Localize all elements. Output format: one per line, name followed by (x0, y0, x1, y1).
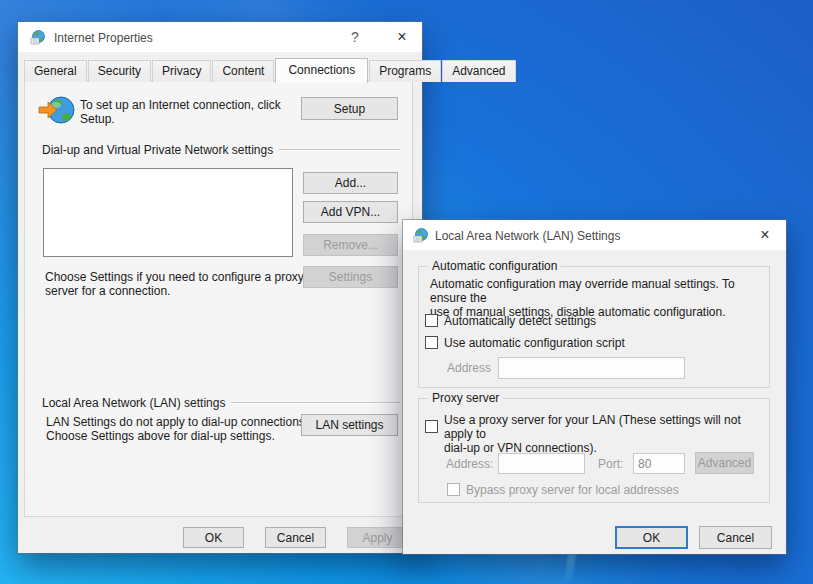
lan-group-header: Local Area Network (LAN) settings (42, 396, 400, 410)
proxy-address-label: Address: (446, 457, 493, 471)
internet-properties-icon (30, 29, 46, 45)
cancel-button[interactable]: Cancel (265, 527, 326, 548)
dialup-group-header: Dial-up and Virtual Private Network sett… (42, 143, 400, 157)
internet-properties-titlebar: Internet Properties ? × (18, 22, 422, 52)
dialup-group-label: Dial-up and Virtual Private Network sett… (42, 143, 273, 157)
advanced-button: Advanced (695, 452, 754, 474)
tab-content[interactable]: Content (212, 60, 274, 82)
automatic-configuration-description: Automatic configuration may override man… (430, 277, 772, 319)
bypass-proxy-label: Bypass proxy server for local addresses (466, 483, 679, 497)
script-address-input (498, 357, 685, 379)
automatic-configuration-label: Automatic configuration (428, 259, 561, 273)
lan-settings-hint: LAN Settings do not apply to dial-up con… (46, 415, 318, 443)
tab-security[interactable]: Security (88, 60, 151, 82)
divider (231, 402, 400, 404)
close-icon[interactable]: × (755, 225, 775, 245)
tab-general[interactable]: General (24, 60, 87, 82)
setup-button[interactable]: Setup (301, 97, 398, 120)
close-icon[interactable]: × (392, 27, 412, 47)
remove-button: Remove... (303, 234, 398, 256)
lan-settings-titlebar: Local Area Network (LAN) Settings × (403, 220, 786, 250)
add-vpn-button[interactable]: Add VPN... (303, 201, 398, 223)
internet-properties-dialog: Internet Properties ? × General Security… (18, 22, 422, 553)
apply-button: Apply (347, 527, 408, 548)
tab-advanced[interactable]: Advanced (442, 60, 515, 82)
ok-button[interactable]: OK (615, 526, 688, 549)
use-automatic-configuration-script-label[interactable]: Use automatic configuration script (444, 336, 625, 350)
internet-connection-globe-icon (38, 94, 76, 128)
help-button[interactable]: ? (345, 27, 365, 47)
proxy-server-group: Proxy server Use a proxy server for your… (418, 398, 770, 503)
automatically-detect-settings-checkbox[interactable] (425, 314, 438, 327)
bypass-proxy-checkbox (447, 483, 460, 496)
proxy-port-label: Port: (598, 457, 623, 471)
use-automatic-configuration-script-checkbox[interactable] (425, 336, 438, 349)
proxy-server-label: Proxy server (428, 391, 503, 405)
proxy-port-input (633, 453, 685, 474)
lan-settings-icon (413, 227, 429, 243)
ok-button[interactable]: OK (183, 527, 244, 548)
setup-description: To set up an Internet connection, click … (80, 98, 306, 126)
tab-connections[interactable]: Connections (275, 58, 368, 83)
proxy-address-input (498, 453, 585, 474)
lan-group-label: Local Area Network (LAN) settings (42, 396, 225, 410)
script-address-label: Address (447, 361, 491, 375)
automatic-configuration-group: Automatic configuration Automatic config… (418, 266, 770, 388)
dialog-title: Internet Properties (54, 31, 153, 45)
use-proxy-server-checkbox[interactable] (425, 420, 438, 433)
automatically-detect-settings-label[interactable]: Automatically detect settings (444, 314, 596, 328)
lan-settings-dialog: Local Area Network (LAN) Settings × Auto… (403, 220, 786, 554)
tab-privacy[interactable]: Privacy (152, 60, 211, 82)
divider (279, 149, 400, 151)
cancel-button[interactable]: Cancel (699, 526, 772, 549)
use-proxy-server-label[interactable]: Use a proxy server for your LAN (These s… (444, 413, 769, 455)
add-button[interactable]: Add... (303, 172, 398, 194)
dialup-connections-list[interactable] (43, 168, 293, 257)
tab-programs[interactable]: Programs (369, 60, 441, 82)
lan-settings-button[interactable]: LAN settings (301, 414, 398, 436)
dialog-title: Local Area Network (LAN) Settings (435, 229, 620, 243)
choose-settings-hint: Choose Settings if you need to configure… (45, 270, 307, 298)
tab-strip: General Security Privacy Content Connect… (24, 58, 517, 82)
settings-button: Settings (303, 266, 398, 288)
